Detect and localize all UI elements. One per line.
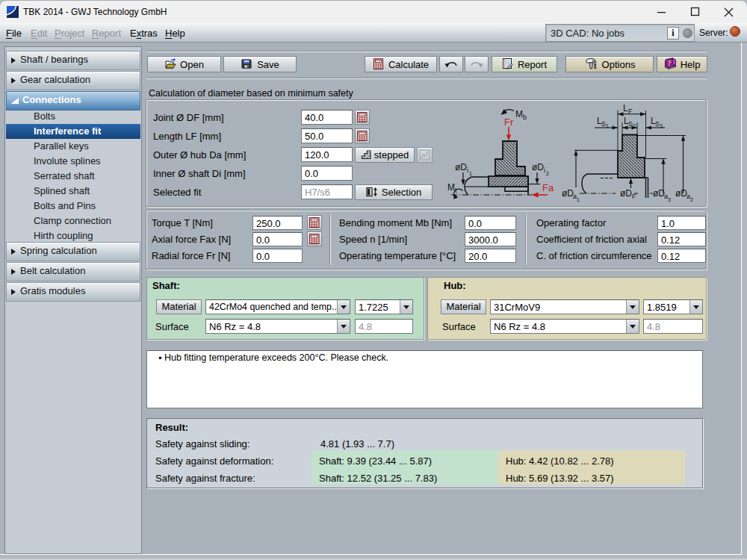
svg-text:1: 1 [577,197,580,202]
svg-text:øD: øD [532,162,544,172]
svg-text:L: L [623,103,628,113]
svg-text:øD: øD [653,188,665,199]
svg-text:F: F [628,108,633,115]
svg-text:b: b [523,113,527,121]
svg-text:øD: øD [562,188,574,199]
svg-text:Fa: Fa [542,182,554,193]
svg-text:2: 2 [690,197,693,202]
svg-text:Fr: Fr [504,116,514,128]
svg-text:øD: øD [620,188,632,199]
svg-text:i: i [544,167,545,174]
svg-text:M: M [515,109,523,119]
svg-text:?: ? [667,59,671,67]
svg-text:2: 2 [546,171,549,176]
svg-text:øD: øD [455,162,467,172]
svg-text:øD: øD [675,188,687,199]
svg-text:i: i [467,167,468,174]
svg-text:3: 3 [660,123,663,128]
svg-text:1: 1 [606,123,609,128]
svg-text:3: 3 [668,197,671,202]
svg-text:1: 1 [469,171,472,176]
svg-text:2: 2 [633,123,636,128]
svg-text:M: M [447,182,455,193]
